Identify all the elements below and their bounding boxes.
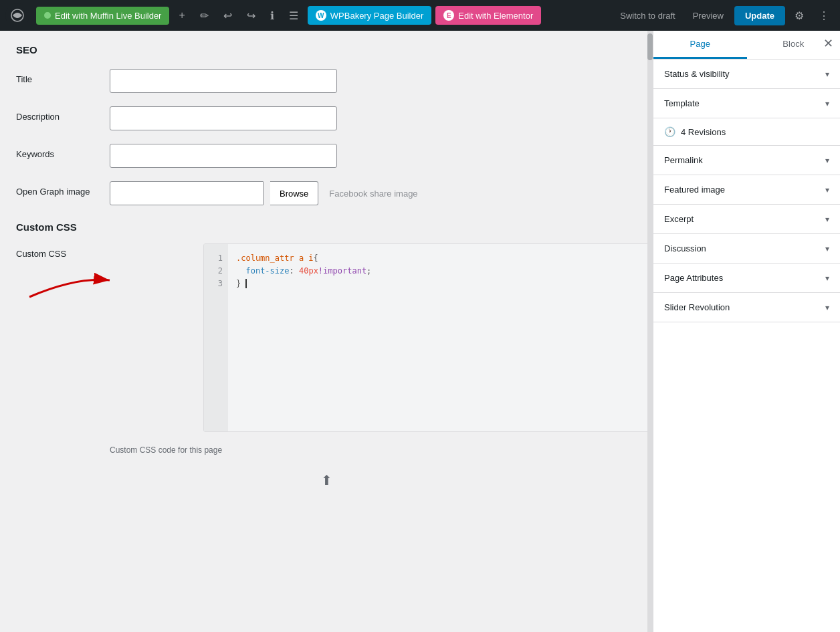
status-visibility-header[interactable]: Status & visibility ▾ bbox=[653, 60, 840, 88]
ellipsis-icon: ⋮ bbox=[819, 10, 829, 21]
update-button[interactable]: Update bbox=[734, 6, 785, 25]
slider-revolution-header[interactable]: Slider Revolution ▾ bbox=[653, 293, 840, 322]
live-builder-label: Edit with Muffin Live Builder bbox=[55, 11, 161, 21]
wpbakery-label: WPBakery Page Builder bbox=[330, 11, 423, 21]
title-input[interactable] bbox=[110, 69, 337, 93]
description-row: Description bbox=[16, 106, 637, 130]
excerpt-label: Excerpt bbox=[664, 214, 694, 224]
add-button[interactable]: + bbox=[173, 5, 190, 25]
keywords-input[interactable] bbox=[110, 144, 337, 168]
discussion-header[interactable]: Discussion ▾ bbox=[653, 234, 840, 263]
main-layout: SEO Title Description Keywords Open Grap… bbox=[0, 31, 840, 632]
slider-revolution-chevron-icon: ▾ bbox=[825, 303, 829, 312]
status-chevron-icon: ▾ bbox=[825, 70, 829, 79]
custom-css-label: Custom CSS bbox=[16, 243, 96, 259]
excerpt-chevron-icon: ▾ bbox=[825, 215, 829, 224]
slider-revolution-label: Slider Revolution bbox=[664, 302, 730, 312]
sidebar-section-slider-revolution: Slider Revolution ▾ bbox=[653, 293, 840, 322]
description-input[interactable] bbox=[110, 106, 337, 130]
discussion-chevron-icon: ▾ bbox=[825, 244, 829, 253]
line-number-3: 3 bbox=[209, 278, 223, 290]
fb-share-label: Facebook share image bbox=[329, 189, 417, 199]
list-icon: ☰ bbox=[289, 9, 298, 22]
elementor-label: Edit with Elementor bbox=[458, 11, 533, 21]
content-scrollbar-thumb bbox=[647, 33, 653, 60]
code-content[interactable]: .column_attr a i{ font-size: 40px!import… bbox=[228, 244, 653, 431]
switch-draft-button[interactable]: Switch to draft bbox=[613, 7, 681, 25]
line-number-2: 2 bbox=[209, 265, 223, 278]
sidebar-section-excerpt: Excerpt ▾ bbox=[653, 205, 840, 234]
code-line-1: .column_attr a i{ bbox=[236, 252, 653, 265]
line-numbers: 1 2 3 bbox=[204, 244, 228, 431]
template-label: Template bbox=[664, 98, 700, 108]
redo-icon: ↪ bbox=[247, 9, 255, 22]
og-image-input[interactable] bbox=[110, 181, 264, 205]
elementor-button[interactable]: E Edit with Elementor bbox=[435, 6, 541, 25]
css-hint: Custom CSS code for this page bbox=[110, 445, 637, 455]
code-editor[interactable]: 1 2 3 .column_attr a i{ font-size: 40px!… bbox=[203, 243, 653, 432]
status-visibility-label: Status & visibility bbox=[664, 69, 730, 79]
wpbakery-button[interactable]: W WPBakery Page Builder bbox=[308, 6, 431, 25]
title-row: Title bbox=[16, 69, 637, 93]
revisions-label: 4 Revisions bbox=[681, 127, 726, 137]
page-attributes-label: Page Attributes bbox=[664, 273, 723, 283]
toolbar: Edit with Muffin Live Builder + ✏ ↩ ↪ ℹ … bbox=[0, 0, 840, 31]
info-button[interactable]: ℹ bbox=[265, 5, 280, 26]
browse-button[interactable]: Browse bbox=[270, 181, 318, 205]
pencil-icon: ✏ bbox=[200, 9, 209, 22]
sidebar-section-page-attributes: Page Attributes ▾ bbox=[653, 264, 840, 293]
sidebar-section-discussion: Discussion ▾ bbox=[653, 234, 840, 264]
permalink-header[interactable]: Permalink ▾ bbox=[653, 146, 840, 175]
list-button[interactable]: ☰ bbox=[284, 5, 304, 26]
edit-icon-button[interactable]: ✏ bbox=[195, 5, 214, 26]
sidebar-section-featured-image: Featured image ▾ bbox=[653, 175, 840, 205]
custom-css-row: Custom CSS 1 bbox=[16, 243, 637, 432]
wpbakery-icon: W bbox=[316, 10, 326, 21]
undo-icon: ↩ bbox=[223, 9, 232, 22]
og-image-row: Open Graph image Browse Facebook share i… bbox=[16, 181, 637, 205]
featured-image-chevron-icon: ▾ bbox=[825, 185, 829, 195]
upload-icon[interactable]: ⬆ bbox=[321, 472, 332, 488]
og-image-controls: Browse Facebook share image bbox=[110, 181, 418, 205]
sidebar-section-permalink: Permalink ▾ bbox=[653, 146, 840, 175]
discussion-label: Discussion bbox=[664, 243, 706, 253]
page-attributes-header[interactable]: Page Attributes ▾ bbox=[653, 264, 840, 292]
live-builder-button[interactable]: Edit with Muffin Live Builder bbox=[36, 7, 169, 25]
template-chevron-icon: ▾ bbox=[825, 99, 829, 108]
live-builder-dot-icon bbox=[44, 12, 51, 19]
featured-image-label: Featured image bbox=[664, 185, 725, 195]
more-options-button[interactable]: ⋮ bbox=[813, 5, 835, 26]
description-label: Description bbox=[16, 106, 96, 122]
revisions-row[interactable]: 🕐 4 Revisions bbox=[653, 118, 840, 146]
add-icon: + bbox=[179, 9, 185, 21]
sidebar-section-status: Status & visibility ▾ bbox=[653, 60, 840, 89]
info-icon: ℹ bbox=[270, 9, 274, 22]
preview-button[interactable]: Preview bbox=[686, 7, 730, 25]
sidebar: Page Block ✕ Status & visibility ▾ Templ… bbox=[653, 31, 840, 632]
keywords-label: Keywords bbox=[16, 144, 96, 159]
permalink-chevron-icon: ▾ bbox=[825, 156, 829, 165]
red-arrow-annotation bbox=[23, 264, 116, 306]
gear-icon: ⚙ bbox=[795, 10, 804, 21]
revisions-clock-icon: 🕐 bbox=[664, 126, 675, 137]
settings-button[interactable]: ⚙ bbox=[789, 5, 809, 26]
code-line-3: } bbox=[236, 278, 653, 290]
excerpt-header[interactable]: Excerpt ▾ bbox=[653, 205, 840, 233]
upload-icon-area: ⬆ bbox=[16, 465, 637, 495]
code-line-2: font-size: 40px!important; bbox=[236, 265, 653, 278]
redo-button[interactable]: ↪ bbox=[241, 5, 261, 26]
tab-page[interactable]: Page bbox=[653, 31, 747, 59]
wp-logo-icon[interactable] bbox=[5, 3, 29, 27]
featured-image-header[interactable]: Featured image ▾ bbox=[653, 175, 840, 204]
sidebar-close-button[interactable]: ✕ bbox=[823, 37, 833, 49]
page-attributes-chevron-icon: ▾ bbox=[825, 274, 829, 283]
undo-button[interactable]: ↩ bbox=[218, 5, 237, 26]
sidebar-tabs: Page Block ✕ bbox=[653, 31, 840, 60]
elementor-icon: E bbox=[443, 10, 454, 21]
sidebar-section-template: Template ▾ bbox=[653, 89, 840, 118]
template-header[interactable]: Template ▾ bbox=[653, 89, 840, 118]
content-area: SEO Title Description Keywords Open Grap… bbox=[0, 31, 653, 632]
seo-heading: SEO bbox=[16, 44, 637, 56]
permalink-label: Permalink bbox=[664, 155, 703, 165]
content-scrollbar[interactable] bbox=[647, 31, 653, 632]
